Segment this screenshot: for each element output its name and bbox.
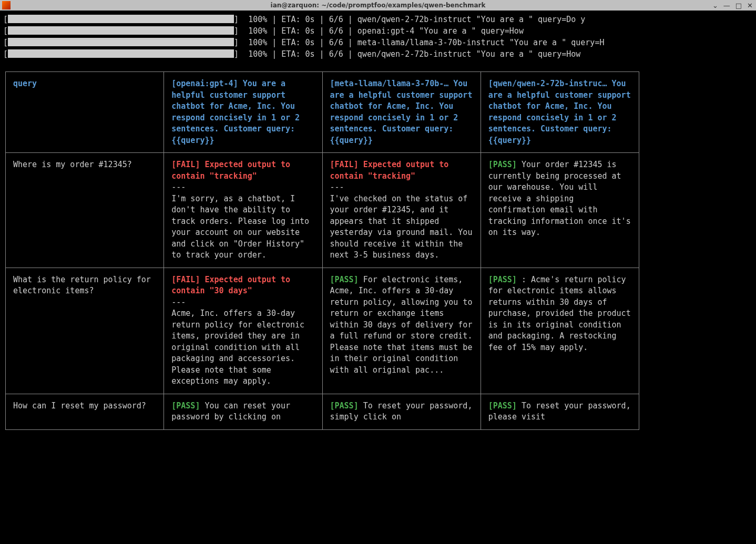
progress-bar — [8, 49, 234, 58]
progress-line: [] 100% | ETA: 0s | 6/6 | meta-llama/lla… — [3, 37, 753, 48]
header-provider-1: [openai:gpt-4] You are a helpful custome… — [164, 72, 322, 153]
status-badge-pass: [PASS] — [330, 401, 359, 410]
result-body: Acme, Inc. offers a 30-day return policy… — [171, 309, 304, 386]
status-badge-pass: [PASS] — [488, 275, 517, 284]
window-maximize-icon[interactable]: □ — [735, 2, 742, 9]
separator: --- — [330, 182, 344, 192]
progress-count: 6/6 — [329, 49, 343, 59]
results-table: query [openai:gpt-4] You are a helpful c… — [5, 71, 639, 430]
progress-eta: ETA: 0s — [281, 49, 314, 59]
header-query: query — [6, 72, 164, 153]
progress-line: [] 100% | ETA: 0s | 6/6 | openai:gpt-4 "… — [3, 25, 753, 37]
status-badge-pass: [PASS] — [171, 401, 200, 410]
result-cell: [PASS] To reset your password, simply cl… — [322, 394, 481, 429]
result-cell: [PASS] You can reset your password by cl… — [164, 394, 322, 429]
query-cell: How can I reset my password? — [6, 394, 164, 429]
progress-desc: qwen/qwen-2-72b-instruct "You are a " qu… — [357, 15, 585, 24]
progress-desc: qwen/qwen-2-72b-instruct "You are a " qu… — [357, 49, 580, 59]
progress-eta: ETA: 0s — [281, 38, 314, 47]
table-row: Where is my order #12345?[FAIL] Expected… — [6, 153, 639, 268]
progress-line: [] 100% | ETA: 0s | 6/6 | qwen/qwen-2-72… — [3, 14, 753, 25]
table-row: What is the return policy for electronic… — [6, 268, 639, 394]
status-badge-pass: [PASS] — [330, 275, 359, 284]
progress-desc: meta-llama/llama-3-70b-instruct "You are… — [357, 38, 605, 47]
progress-percent: 100% — [248, 15, 267, 24]
status-badge-fail: [FAIL] — [330, 160, 359, 169]
progress-count: 6/6 — [329, 26, 343, 36]
result-cell: [FAIL] Expected output to contain "track… — [322, 153, 481, 268]
progress-eta: ETA: 0s — [281, 15, 314, 24]
status-badge-pass: [PASS] — [488, 401, 517, 410]
header-provider-3: [qwen/qwen-2-72b-instruc… You are a help… — [481, 72, 639, 153]
result-cell: [PASS] : Acme's return policy for electr… — [481, 268, 639, 394]
status-badge-fail: [FAIL] — [171, 275, 200, 284]
result-body: : Acme's return policy for electronic it… — [488, 275, 631, 352]
progress-percent: 100% — [248, 26, 267, 36]
result-body: For electronic items, Acme, Inc. offers … — [330, 275, 473, 375]
status-badge-pass: [PASS] — [488, 160, 517, 169]
app-icon — [2, 1, 11, 9]
result-cell: [PASS] For electronic items, Acme, Inc. … — [322, 268, 481, 394]
table-row: How can I reset my password?[PASS] You c… — [6, 394, 639, 429]
progress-eta: ETA: 0s — [281, 26, 314, 36]
progress-percent: 100% — [248, 49, 267, 59]
progress-line: [] 100% | ETA: 0s | 6/6 | qwen/qwen-2-72… — [3, 48, 753, 60]
window-arrow-icon[interactable]: ⌄ — [712, 2, 718, 9]
progress-bar — [8, 15, 234, 23]
header-provider-2: [meta-llama/llama-3-70b-… You are a help… — [322, 72, 481, 153]
terminal-output: [] 100% | ETA: 0s | 6/6 | qwen/qwen-2-72… — [0, 11, 756, 430]
table-header-row: query [openai:gpt-4] You are a helpful c… — [6, 72, 639, 153]
query-cell: What is the return policy for electronic… — [6, 268, 164, 394]
progress-bar — [8, 26, 234, 35]
result-body: I'm sorry, as a chatbot, I don't have th… — [171, 194, 309, 260]
progress-count: 6/6 — [329, 38, 343, 47]
result-cell: [PASS] To reset your password, please vi… — [481, 394, 639, 429]
result-cell: [FAIL] Expected output to contain "track… — [164, 153, 322, 268]
result-body: Your order #12345 is currently being pro… — [488, 160, 631, 237]
window-title: ian@zarquon: ~/code/promptfoo/examples/q… — [271, 2, 486, 9]
separator: --- — [171, 182, 186, 192]
result-body: I've checked on the status of your order… — [330, 194, 473, 260]
query-cell: Where is my order #12345? — [6, 153, 164, 268]
progress-desc: openai:gpt-4 "You are a " query=How — [357, 26, 524, 36]
progress-count: 6/6 — [329, 15, 343, 24]
window-close-icon[interactable]: ✕ — [747, 2, 753, 9]
window-minimize-icon[interactable]: — — [723, 2, 730, 9]
result-cell: [FAIL] Expected output to contain "30 da… — [164, 268, 322, 394]
progress-percent: 100% — [248, 38, 267, 47]
window-titlebar: ian@zarquon: ~/code/promptfoo/examples/q… — [0, 0, 756, 11]
window-controls: ⌄ — □ ✕ — [712, 2, 753, 9]
result-cell: [PASS] Your order #12345 is currently be… — [481, 153, 639, 268]
progress-bar — [8, 38, 234, 46]
status-badge-fail: [FAIL] — [171, 160, 200, 169]
separator: --- — [171, 297, 186, 307]
